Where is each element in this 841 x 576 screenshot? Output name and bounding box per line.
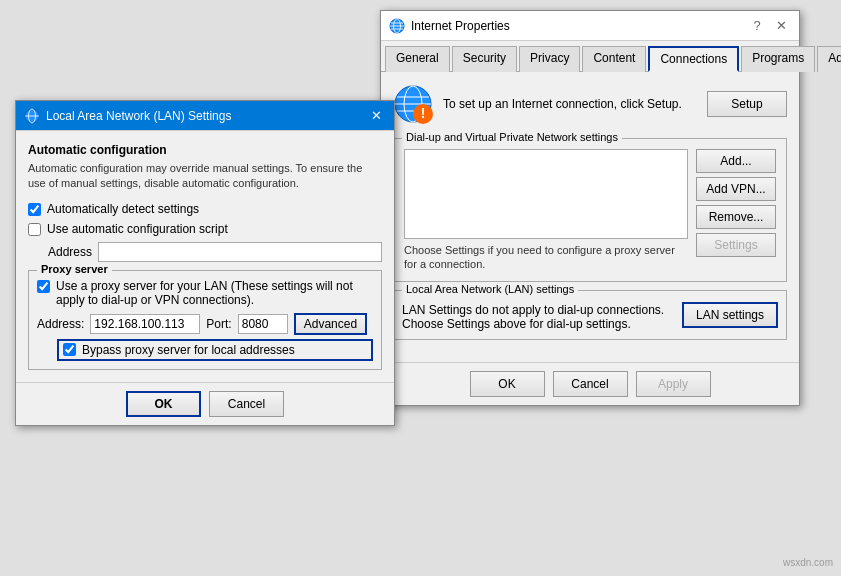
internet-properties-window: Internet Properties ? ✕ General Security…	[380, 10, 800, 406]
detect-settings-label: Automatically detect settings	[47, 202, 199, 216]
inet-title: Internet Properties	[411, 19, 510, 33]
help-button[interactable]: ?	[747, 16, 767, 36]
use-proxy-row: Use a proxy server for your LAN (These s…	[37, 279, 373, 307]
titlebar-left: Internet Properties	[389, 18, 510, 34]
lan-row: LAN Settings do not apply to dial-up con…	[402, 299, 778, 331]
proxy-address-label: Address:	[37, 317, 84, 331]
tab-content[interactable]: Content	[582, 46, 646, 72]
lan-dialog-title: Local Area Network (LAN) Settings	[46, 109, 231, 123]
detect-settings-row: Automatically detect settings	[28, 202, 382, 216]
bypass-checkbox[interactable]	[63, 343, 76, 356]
auto-address-label: Address	[48, 245, 92, 259]
titlebar-controls: ? ✕	[747, 16, 791, 36]
tab-bar: General Security Privacy Content Connect…	[381, 41, 799, 72]
advanced-button[interactable]: Advanced	[294, 313, 367, 335]
tab-general[interactable]: General	[385, 46, 450, 72]
setup-section: ! To set up an Internet connection, clic…	[393, 84, 787, 124]
lan-ok-button[interactable]: OK	[126, 391, 201, 417]
bypass-label: Bypass proxy server for local addresses	[82, 343, 295, 357]
lan-section: Local Area Network (LAN) settings LAN Se…	[393, 290, 787, 340]
auto-config-desc: Automatic configuration may override man…	[28, 161, 382, 192]
proxy-address-input[interactable]	[90, 314, 200, 334]
inet-content: ! To set up an Internet connection, clic…	[381, 72, 799, 362]
dialup-list-area: Choose Settings if you need to configure…	[404, 149, 688, 271]
close-button[interactable]: ✕	[771, 16, 791, 36]
auto-script-row: Use automatic configuration script	[28, 222, 382, 236]
dialup-row: Choose Settings if you need to configure…	[404, 149, 776, 271]
inet-apply-button[interactable]: Apply	[636, 371, 711, 397]
remove-button[interactable]: Remove...	[696, 205, 776, 229]
use-proxy-checkbox[interactable]	[37, 280, 50, 293]
dialup-list[interactable]	[404, 149, 688, 239]
port-label: Port:	[206, 317, 231, 331]
lan-settings-button[interactable]: LAN settings	[682, 302, 778, 328]
inet-ok-button[interactable]: OK	[470, 371, 545, 397]
lan-settings-dialog: Local Area Network (LAN) Settings ✕ Auto…	[15, 100, 395, 426]
auto-address-row: Address	[48, 242, 382, 262]
auto-config-title: Automatic configuration	[28, 143, 382, 157]
setup-button[interactable]: Setup	[707, 91, 787, 117]
auto-script-label: Use automatic configuration script	[47, 222, 228, 236]
inet-titlebar: Internet Properties ? ✕	[381, 11, 799, 41]
inet-icon	[389, 18, 405, 34]
watermark: wsxdn.com	[783, 557, 833, 568]
setup-text: To set up an Internet connection, click …	[443, 97, 697, 111]
lan-section-label: Local Area Network (LAN) settings	[402, 283, 578, 295]
inet-footer: OK Cancel Apply	[381, 362, 799, 405]
proxy-group-label: Proxy server	[37, 263, 112, 275]
auto-address-input[interactable]	[98, 242, 382, 262]
tab-security[interactable]: Security	[452, 46, 517, 72]
add-button[interactable]: Add...	[696, 149, 776, 173]
dialup-group-label: Dial-up and Virtual Private Network sett…	[402, 131, 622, 143]
lan-titlebar: Local Area Network (LAN) Settings ✕	[16, 101, 394, 131]
tab-connections[interactable]: Connections	[648, 46, 739, 72]
port-input[interactable]	[238, 314, 288, 334]
lan-dialog-footer: OK Cancel	[16, 382, 394, 425]
globe-icon: !	[393, 84, 433, 124]
tab-programs[interactable]: Programs	[741, 46, 815, 72]
inet-cancel-button[interactable]: Cancel	[553, 371, 628, 397]
use-proxy-label: Use a proxy server for your LAN (These s…	[56, 279, 373, 307]
lan-titlebar-left: Local Area Network (LAN) Settings	[24, 108, 231, 124]
choose-text: Choose Settings if you need to configure…	[404, 244, 675, 270]
svg-text:!: !	[421, 105, 426, 121]
lan-dialog-content: Automatic configuration Automatic config…	[16, 131, 394, 382]
dialup-settings-button[interactable]: Settings	[696, 233, 776, 257]
lan-icon	[24, 108, 40, 124]
detect-settings-checkbox[interactable]	[28, 203, 41, 216]
lan-close-button[interactable]: ✕	[366, 106, 386, 126]
tab-advanced[interactable]: Advanced	[817, 46, 841, 72]
proxy-address-row: Address: Port: Advanced	[37, 313, 373, 335]
lan-cancel-button[interactable]: Cancel	[209, 391, 284, 417]
dialup-group: Dial-up and Virtual Private Network sett…	[393, 138, 787, 282]
auto-script-checkbox[interactable]	[28, 223, 41, 236]
proxy-group: Proxy server Use a proxy server for your…	[28, 270, 382, 370]
add-vpn-button[interactable]: Add VPN...	[696, 177, 776, 201]
lan-titlebar-controls: ✕	[366, 106, 386, 126]
tab-privacy[interactable]: Privacy	[519, 46, 580, 72]
lan-text: LAN Settings do not apply to dial-up con…	[402, 303, 672, 331]
dialup-buttons: Add... Add VPN... Remove... Settings	[696, 149, 776, 271]
bypass-row: Bypass proxy server for local addresses	[57, 339, 373, 361]
